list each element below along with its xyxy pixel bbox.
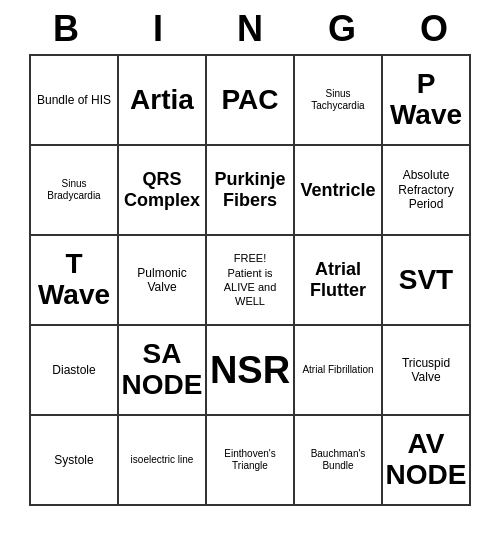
- header-letter-b: B: [22, 8, 110, 50]
- cell-text: Tricuspid Valve: [387, 356, 465, 385]
- cell-r5-g: Bauchman's Bundle: [295, 416, 383, 506]
- cell-text: Atrial Flutter: [299, 259, 377, 300]
- cell-text: Systole: [54, 453, 93, 467]
- cell-text: AV NODE: [386, 429, 467, 491]
- bingo-grid: Bundle of HIS Artia PAC Sinus Tachycardi…: [29, 54, 471, 506]
- cell-r4-b: Diastole: [31, 326, 119, 416]
- cell-r4-o: Tricuspid Valve: [383, 326, 471, 416]
- cell-text: FREE! Patient is ALIVE and WELL: [211, 251, 289, 308]
- header-letter-n: N: [206, 8, 294, 50]
- cell-text: Pulmonic Valve: [123, 266, 201, 295]
- cell-r4-n: NSR: [207, 326, 295, 416]
- cell-r1-n: PAC: [207, 56, 295, 146]
- header-letter-o: O: [390, 8, 478, 50]
- cell-text: Diastole: [52, 363, 95, 377]
- cell-r2-b: Sinus Bradycardia: [31, 146, 119, 236]
- cell-r3-g: Atrial Flutter: [295, 236, 383, 326]
- cell-text: Absolute Refractory Period: [387, 168, 465, 211]
- cell-r5-b: Systole: [31, 416, 119, 506]
- cell-text: Sinus Tachycardia: [299, 88, 377, 112]
- cell-text: Bauchman's Bundle: [299, 448, 377, 472]
- cell-text: Bundle of HIS: [37, 93, 111, 107]
- cell-text: SA NODE: [122, 339, 203, 401]
- cell-r2-o: Absolute Refractory Period: [383, 146, 471, 236]
- header-letter-g: G: [298, 8, 386, 50]
- cell-text: T Wave: [35, 249, 113, 311]
- cell-r4-i: SA NODE: [119, 326, 207, 416]
- cell-r2-i: QRS Complex: [119, 146, 207, 236]
- cell-r4-g: Atrial Fibrillation: [295, 326, 383, 416]
- cell-r1-g: Sinus Tachycardia: [295, 56, 383, 146]
- bingo-header: B I N G O: [20, 0, 480, 54]
- cell-text: PAC: [221, 85, 278, 116]
- cell-r5-n: Einthoven's Triangle: [207, 416, 295, 506]
- cell-r3-i: Pulmonic Valve: [119, 236, 207, 326]
- cell-text: Artia: [130, 85, 194, 116]
- cell-r5-o: AV NODE: [383, 416, 471, 506]
- cell-r1-b: Bundle of HIS: [31, 56, 119, 146]
- cell-r1-o: P Wave: [383, 56, 471, 146]
- cell-text: P Wave: [387, 69, 465, 131]
- cell-r3-o: SVT: [383, 236, 471, 326]
- cell-text: SVT: [399, 265, 453, 296]
- header-letter-i: I: [114, 8, 202, 50]
- cell-text: Einthoven's Triangle: [211, 448, 289, 472]
- cell-text: isoelectric line: [131, 454, 194, 466]
- cell-text: QRS Complex: [123, 169, 201, 210]
- cell-r3-n: FREE! Patient is ALIVE and WELL: [207, 236, 295, 326]
- cell-r1-i: Artia: [119, 56, 207, 146]
- cell-r5-i: isoelectric line: [119, 416, 207, 506]
- cell-text: Sinus Bradycardia: [35, 178, 113, 202]
- cell-text: Purkinje Fibers: [211, 169, 289, 210]
- cell-r3-b: T Wave: [31, 236, 119, 326]
- cell-text: Atrial Fibrillation: [302, 364, 373, 376]
- cell-r2-g: Ventricle: [295, 146, 383, 236]
- cell-r2-n: Purkinje Fibers: [207, 146, 295, 236]
- cell-text: NSR: [210, 349, 290, 392]
- cell-text: Ventricle: [300, 180, 375, 201]
